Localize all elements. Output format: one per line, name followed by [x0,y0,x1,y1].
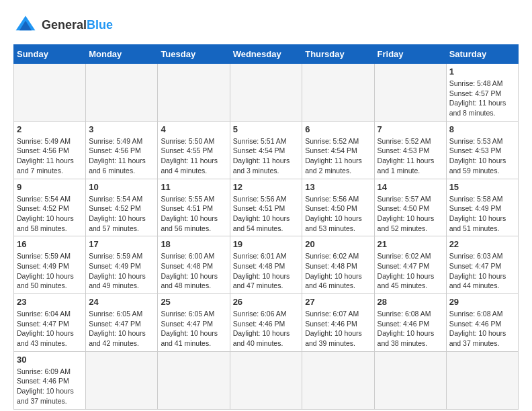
calendar-cell: 15Sunrise: 5:58 AM Sunset: 4:49 PM Dayli… [446,179,518,236]
day-number: 7 [378,124,443,134]
weekday-header-sunday: Sunday [14,45,86,64]
calendar-cell: 28Sunrise: 6:08 AM Sunset: 4:46 PM Dayli… [374,294,446,352]
calendar-week-3: 9Sunrise: 5:54 AM Sunset: 4:52 PM Daylig… [14,179,519,236]
calendar-week-4: 16Sunrise: 5:59 AM Sunset: 4:49 PM Dayli… [14,236,519,294]
calendar-cell: 20Sunrise: 6:02 AM Sunset: 4:48 PM Dayli… [302,236,374,294]
day-number: 27 [305,297,371,307]
page-header: GeneralBlue [13,13,519,38]
calendar-cell: 14Sunrise: 5:57 AM Sunset: 4:50 PM Dayli… [374,179,446,236]
day-info: Sunrise: 6:07 AM Sunset: 4:46 PM Dayligh… [305,309,371,349]
day-number: 5 [233,124,300,134]
day-info: Sunrise: 5:54 AM Sunset: 4:52 PM Dayligh… [17,194,83,234]
calendar-cell: 11Sunrise: 5:55 AM Sunset: 4:51 PM Dayli… [158,179,230,236]
day-number: 20 [305,239,371,249]
day-info: Sunrise: 6:01 AM Sunset: 4:48 PM Dayligh… [233,251,300,291]
calendar-cell: 21Sunrise: 6:02 AM Sunset: 4:47 PM Dayli… [374,236,446,294]
weekday-header-row: SundayMondayTuesdayWednesdayThursdayFrid… [14,45,519,64]
day-info: Sunrise: 6:09 AM Sunset: 4:46 PM Dayligh… [17,367,83,406]
calendar-cell: 1Sunrise: 5:48 AM Sunset: 4:57 PM Daylig… [446,64,518,122]
calendar-week-1: 1Sunrise: 5:48 AM Sunset: 4:57 PM Daylig… [14,64,519,122]
day-number: 2 [17,124,83,134]
calendar-cell [158,351,230,409]
day-number: 24 [89,297,154,307]
day-info: Sunrise: 5:56 AM Sunset: 4:50 PM Dayligh… [305,194,371,234]
calendar-cell: 12Sunrise: 5:56 AM Sunset: 4:51 PM Dayli… [230,179,302,236]
calendar-cell: 22Sunrise: 6:03 AM Sunset: 4:47 PM Dayli… [446,236,518,294]
calendar-cell [86,64,158,122]
day-number: 9 [17,182,83,192]
weekday-header-friday: Friday [374,45,446,64]
calendar-cell [302,64,374,122]
day-number: 12 [233,182,300,192]
day-number: 26 [233,297,300,307]
day-number: 6 [305,124,371,134]
calendar-cell [158,64,230,122]
calendar-cell [446,351,518,409]
calendar-cell [14,64,86,122]
logo: GeneralBlue [13,13,113,38]
day-info: Sunrise: 5:57 AM Sunset: 4:50 PM Dayligh… [378,194,443,234]
calendar-cell: 7Sunrise: 5:52 AM Sunset: 4:53 PM Daylig… [374,121,446,179]
day-info: Sunrise: 5:52 AM Sunset: 4:53 PM Dayligh… [378,136,443,176]
day-info: Sunrise: 5:48 AM Sunset: 4:57 PM Dayligh… [449,79,515,118]
day-info: Sunrise: 5:55 AM Sunset: 4:51 PM Dayligh… [161,194,226,234]
weekday-header-tuesday: Tuesday [158,45,230,64]
calendar-cell [374,351,446,409]
day-info: Sunrise: 5:56 AM Sunset: 4:51 PM Dayligh… [233,194,300,234]
day-number: 4 [161,124,226,134]
weekday-header-saturday: Saturday [446,45,518,64]
calendar-cell: 5Sunrise: 5:51 AM Sunset: 4:54 PM Daylig… [230,121,302,179]
calendar-week-2: 2Sunrise: 5:49 AM Sunset: 4:56 PM Daylig… [14,121,519,179]
day-number: 18 [161,239,226,249]
day-info: Sunrise: 6:02 AM Sunset: 4:47 PM Dayligh… [378,251,443,291]
calendar-week-5: 23Sunrise: 6:04 AM Sunset: 4:47 PM Dayli… [14,294,519,352]
day-info: Sunrise: 5:59 AM Sunset: 4:49 PM Dayligh… [17,251,83,291]
day-number: 30 [17,355,83,365]
day-number: 3 [89,124,154,134]
calendar-cell: 2Sunrise: 5:49 AM Sunset: 4:56 PM Daylig… [14,121,86,179]
day-info: Sunrise: 5:53 AM Sunset: 4:53 PM Dayligh… [449,136,515,176]
day-info: Sunrise: 5:51 AM Sunset: 4:54 PM Dayligh… [233,136,300,176]
calendar-cell [86,351,158,409]
calendar-cell: 9Sunrise: 5:54 AM Sunset: 4:52 PM Daylig… [14,179,86,236]
day-number: 13 [305,182,371,192]
calendar-cell [374,64,446,122]
calendar: SundayMondayTuesdayWednesdayThursdayFrid… [13,44,519,410]
day-number: 19 [233,239,300,249]
weekday-header-thursday: Thursday [302,45,374,64]
day-number: 11 [161,182,226,192]
day-info: Sunrise: 6:05 AM Sunset: 4:47 PM Dayligh… [89,309,154,349]
weekday-header-monday: Monday [86,45,158,64]
day-number: 17 [89,239,154,249]
day-info: Sunrise: 6:00 AM Sunset: 4:48 PM Dayligh… [161,251,226,291]
logo-text: GeneralBlue [42,19,113,32]
day-info: Sunrise: 6:04 AM Sunset: 4:47 PM Dayligh… [17,309,83,349]
day-info: Sunrise: 5:54 AM Sunset: 4:52 PM Dayligh… [89,194,154,234]
day-info: Sunrise: 6:08 AM Sunset: 4:46 PM Dayligh… [449,309,515,349]
logo-icon [13,13,38,38]
calendar-cell: 4Sunrise: 5:50 AM Sunset: 4:55 PM Daylig… [158,121,230,179]
calendar-cell: 18Sunrise: 6:00 AM Sunset: 4:48 PM Dayli… [158,236,230,294]
day-info: Sunrise: 5:49 AM Sunset: 4:56 PM Dayligh… [89,136,154,176]
calendar-cell: 19Sunrise: 6:01 AM Sunset: 4:48 PM Dayli… [230,236,302,294]
day-info: Sunrise: 6:03 AM Sunset: 4:47 PM Dayligh… [449,251,515,291]
calendar-cell: 30Sunrise: 6:09 AM Sunset: 4:46 PM Dayli… [14,351,86,409]
day-info: Sunrise: 6:08 AM Sunset: 4:46 PM Dayligh… [378,309,443,349]
calendar-cell: 3Sunrise: 5:49 AM Sunset: 4:56 PM Daylig… [86,121,158,179]
day-info: Sunrise: 5:52 AM Sunset: 4:54 PM Dayligh… [305,136,371,176]
day-number: 22 [449,239,515,249]
calendar-cell [230,351,302,409]
day-info: Sunrise: 5:59 AM Sunset: 4:49 PM Dayligh… [89,251,154,291]
day-number: 15 [449,182,515,192]
day-info: Sunrise: 6:05 AM Sunset: 4:47 PM Dayligh… [161,309,226,349]
day-number: 25 [161,297,226,307]
day-info: Sunrise: 6:06 AM Sunset: 4:46 PM Dayligh… [233,309,300,349]
day-number: 29 [449,297,515,307]
day-number: 14 [378,182,443,192]
day-number: 10 [89,182,154,192]
day-info: Sunrise: 5:50 AM Sunset: 4:55 PM Dayligh… [161,136,226,176]
calendar-cell: 24Sunrise: 6:05 AM Sunset: 4:47 PM Dayli… [86,294,158,352]
weekday-header-wednesday: Wednesday [230,45,302,64]
calendar-cell: 26Sunrise: 6:06 AM Sunset: 4:46 PM Dayli… [230,294,302,352]
day-number: 28 [378,297,443,307]
